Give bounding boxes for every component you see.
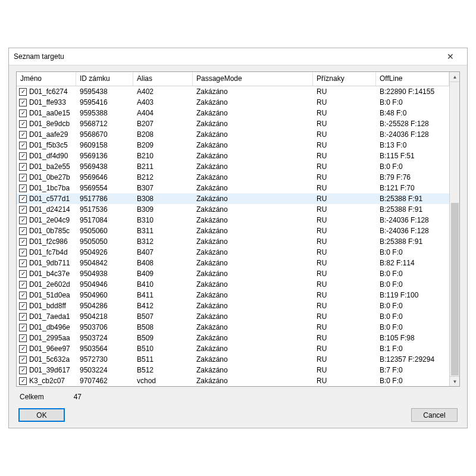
table-row[interactable]: D01_f2c9869505050B312ZakázánoRUB:25388 F… [17, 236, 449, 247]
row-checkbox[interactable] [19, 238, 27, 246]
row-checkbox[interactable] [19, 356, 27, 364]
cell-alias: B507 [133, 311, 193, 322]
dialog-body: Jméno ID zámku Alias PassageMode Příznak… [9, 65, 467, 430]
row-checkbox[interactable] [19, 377, 27, 385]
cell-offline: B:-25528 F:128 [376, 118, 449, 129]
table-row[interactable]: D01_db496e9503706B508ZakázánoRUB:0 F:0 [17, 322, 449, 333]
row-checkbox[interactable] [19, 227, 27, 235]
row-checkbox[interactable] [19, 142, 27, 149]
row-checkbox[interactable] [19, 249, 27, 256]
scroll-up-button[interactable]: ▲ [450, 72, 460, 82]
cell-name: D01_51d0ea [17, 290, 76, 300]
table-row[interactable]: K3_cb2c079707462vchodZakázánoRUB:0 F:0 [17, 375, 449, 386]
row-checkbox[interactable] [19, 302, 27, 310]
row-checkbox[interactable] [19, 367, 27, 374]
table-row[interactable]: D01_df4d909569136B210ZakázánoRUB:115 F:5… [17, 151, 449, 161]
cell-passage: Zakázáno [193, 86, 313, 97]
table-row[interactable]: D01_2e602d9504946B410ZakázánoRUB:0 F:0 [17, 279, 449, 290]
cell-name: D01_9db711 [17, 258, 76, 268]
table-row[interactable]: D01_5c632a9572730B511ZakázánoRUB:12357 F… [17, 354, 449, 365]
cell-passage: Zakázáno [193, 161, 313, 172]
table-row[interactable]: D01_ba2e559569438B211ZakázánoRUB:0 F:0 [17, 161, 449, 172]
row-checkbox[interactable] [19, 281, 27, 289]
cell-offline: B:0 F:0 [376, 300, 449, 311]
listview[interactable]: Jméno ID zámku Alias PassageMode Příznak… [17, 72, 449, 386]
col-header-name[interactable]: Jméno [17, 72, 76, 86]
cell-lockid: 9568712 [76, 118, 133, 129]
col-header-flags[interactable]: Příznaky [313, 72, 376, 86]
scroll-thumb[interactable] [451, 203, 459, 375]
row-checkbox[interactable] [19, 184, 27, 192]
table-row[interactable]: D01_2e04c99517084B310ZakázánoRUB:-24036 … [17, 215, 449, 226]
cell-flags: RU [313, 300, 376, 311]
row-checkbox[interactable] [19, 259, 27, 267]
row-checkbox[interactable] [19, 217, 27, 224]
col-header-lockid[interactable]: ID zámku [76, 72, 133, 86]
row-checkbox[interactable] [19, 88, 27, 96]
cell-offline: B:0 F:0 [376, 268, 449, 279]
col-header-alias[interactable]: Alias [133, 72, 193, 86]
table-row[interactable]: D01_aafe299568670B208ZakázánoRUB:-24036 … [17, 129, 449, 140]
row-checkbox[interactable] [19, 131, 27, 139]
row-checkbox[interactable] [19, 206, 27, 214]
table-row[interactable]: D01_51d0ea9504960B411ZakázánoRUB:119 F:1… [17, 290, 449, 300]
listview-header[interactable]: Jméno ID zámku Alias PassageMode Příznak… [17, 72, 449, 86]
row-checkbox[interactable] [19, 109, 27, 117]
cell-alias: B508 [133, 322, 193, 333]
row-checkbox[interactable] [19, 152, 27, 160]
row-checkbox[interactable] [19, 345, 27, 353]
total-value: 47 [74, 393, 82, 401]
table-row[interactable]: D01_2995aa9503724B509ZakázánoRUB:105 F:9… [17, 333, 449, 343]
vertical-scrollbar[interactable]: ▲ ▼ [449, 72, 459, 386]
row-checkbox[interactable] [19, 99, 27, 107]
table-row[interactable]: D01_0be27b9569646B212ZakázánoRUB:79 F:76 [17, 172, 449, 183]
cell-alias: B208 [133, 129, 193, 140]
table-row[interactable]: D01_b4c37e9504938B409ZakázánoRUB:0 F:0 [17, 268, 449, 279]
row-checkbox[interactable] [19, 292, 27, 299]
cell-alias: vchod [133, 375, 193, 386]
table-row[interactable]: D01_39d6179503224B512ZakázánoRUB:7 F:0 [17, 365, 449, 375]
table-row[interactable]: D01_ffe9339595416A403ZakázánoRUB:0 F:0 [17, 97, 449, 108]
row-checkbox[interactable] [19, 163, 27, 171]
cancel-button[interactable]: Cancel [411, 408, 458, 422]
row-checkbox[interactable] [19, 270, 27, 278]
cell-offline: B:13 F:0 [376, 140, 449, 151]
col-header-offline[interactable]: OffLine [376, 72, 449, 86]
cell-name: D01_39d617 [17, 365, 76, 375]
cell-flags: RU [313, 333, 376, 343]
row-checkbox[interactable] [19, 174, 27, 181]
scroll-down-button[interactable]: ▼ [450, 376, 460, 386]
table-row[interactable]: D01_7aeda19504218B507ZakázánoRUB:0 F:0 [17, 311, 449, 322]
cell-name: D01_fc6274 [17, 86, 76, 97]
ok-button[interactable]: OK [18, 408, 65, 422]
table-row[interactable]: D01_aa0e159595388A404ZakázánoRUB:48 F:0 [17, 108, 449, 118]
cell-name: D01_2995aa [17, 333, 76, 343]
cell-name: D01_bdd8ff [17, 300, 76, 311]
table-row[interactable]: D01_d242149517536B309ZakázánoRUB:25388 F… [17, 204, 449, 215]
table-row[interactable]: D01_9db7119504842B408ZakázánoRUB:82 F:11… [17, 258, 449, 268]
table-row[interactable]: D01_bdd8ff9504286B412ZakázánoRUB:0 F:0 [17, 300, 449, 311]
table-row[interactable]: D01_fc7b4d9504926B407ZakázánoRUB:0 F:0 [17, 247, 449, 258]
table-row[interactable]: D01_c577d19517786B308ZakázánoRUB:25388 F… [17, 193, 449, 204]
row-checkbox[interactable] [19, 313, 27, 321]
table-row[interactable]: D01_96ee979503564B510ZakázánoRUB:1 F:0 [17, 343, 449, 354]
cell-name: D01_5c632a [17, 354, 76, 365]
table-row[interactable]: D01_f5b3c59609158B209ZakázánoRUB:13 F:0 [17, 140, 449, 151]
row-checkbox[interactable] [19, 324, 27, 331]
cell-flags: RU [313, 97, 376, 108]
cell-offline: B:82 F:114 [376, 258, 449, 268]
cell-alias: A403 [133, 97, 193, 108]
close-button[interactable]: ✕ [439, 48, 462, 65]
row-checkbox[interactable] [19, 195, 27, 203]
row-name-label: D01_ffe933 [29, 98, 66, 107]
table-row[interactable]: D01_fc62749595438A402ZakázánoRUB:22890 F… [17, 86, 449, 97]
row-checkbox[interactable] [19, 120, 27, 128]
cell-lockid: 9504286 [76, 300, 133, 311]
table-row[interactable]: D01_1bc7ba9569554B307ZakázánoRUB:121 F:7… [17, 183, 449, 193]
row-checkbox[interactable] [19, 334, 27, 342]
table-row[interactable]: D01_0b785c9505060B311ZakázánoRUB:-24036 … [17, 226, 449, 236]
table-row[interactable]: D01_8e9dcb9568712B207ZakázánoRUB:-25528 … [17, 118, 449, 129]
col-header-passage[interactable]: PassageMode [193, 72, 313, 86]
cell-name: D01_d24214 [17, 204, 76, 215]
cell-offline: B:-24036 F:128 [376, 226, 449, 236]
